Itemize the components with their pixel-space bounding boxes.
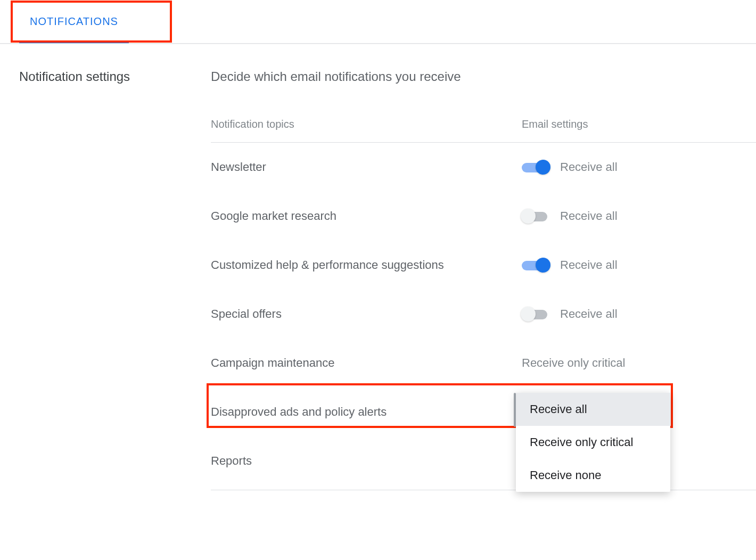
setting-cell[interactable]: Receive only critical — [522, 356, 625, 370]
settings-row-reports: Reports — [211, 437, 756, 485]
settings-row-campaign-maintenance: Campaign maintenance Receive only critic… — [211, 339, 756, 388]
dropdown-item-receive-only-critical[interactable]: Receive only critical — [516, 426, 670, 459]
left-column: Notification settings — [0, 69, 211, 490]
column-header-settings: Email settings — [522, 118, 588, 130]
toggle-market-research[interactable] — [522, 208, 550, 225]
settings-row-market-research: Google market research Receive all — [211, 192, 756, 241]
settings-row-special-offers: Special offers Receive all — [211, 290, 756, 339]
setting-cell: Receive all — [522, 159, 618, 176]
toggle-thumb — [536, 258, 550, 273]
setting-label: Receive all — [560, 160, 618, 174]
dropdown-scroll-indicator — [514, 393, 516, 427]
email-setting-dropdown[interactable]: Receive all Receive only critical Receiv… — [516, 393, 670, 492]
topic-label: Reports — [211, 454, 522, 468]
setting-cell: Receive all — [522, 306, 618, 323]
setting-label: Receive all — [560, 258, 618, 272]
topic-label: Customized help & performance suggestion… — [211, 258, 522, 272]
settings-row-newsletter: Newsletter Receive all — [211, 143, 756, 192]
setting-cell: Receive all — [522, 208, 618, 225]
toggle-newsletter[interactable] — [522, 159, 550, 176]
dropdown-item-receive-all[interactable]: Receive all — [516, 393, 670, 426]
setting-label: Receive all — [560, 209, 618, 223]
topic-label: Special offers — [211, 307, 522, 321]
dropdown-item-receive-none[interactable]: Receive none — [516, 459, 670, 492]
setting-cell: Receive all — [522, 257, 618, 274]
tab-bar: NOTIFICATIONS — [0, 0, 756, 44]
toggle-thumb — [536, 160, 550, 175]
column-header-topics: Notification topics — [211, 118, 522, 130]
tab-notifications[interactable]: NOTIFICATIONS — [0, 0, 148, 43]
page-subtitle: Decide which email notifications you rec… — [211, 69, 756, 84]
page-title: Notification settings — [19, 69, 211, 84]
topic-label: Newsletter — [211, 160, 522, 174]
topic-label: Google market research — [211, 209, 522, 223]
toggle-special-offers[interactable] — [522, 306, 550, 323]
toggle-thumb — [521, 307, 536, 322]
right-column: Decide which email notifications you rec… — [211, 69, 756, 490]
table-header: Notification topics Email settings — [211, 118, 756, 143]
settings-row-customized-help: Customized help & performance suggestion… — [211, 241, 756, 290]
settings-row-disapproved-ads: Disapproved ads and policy alerts — [211, 388, 756, 437]
tab-label: NOTIFICATIONS — [30, 15, 118, 28]
divider — [211, 490, 756, 490]
topic-label: Disapproved ads and policy alerts — [211, 405, 522, 419]
toggle-thumb — [521, 209, 536, 224]
setting-label: Receive only critical — [522, 356, 625, 370]
toggle-customized-help[interactable] — [522, 257, 550, 274]
topic-label: Campaign maintenance — [211, 356, 522, 370]
setting-label: Receive all — [560, 307, 618, 321]
